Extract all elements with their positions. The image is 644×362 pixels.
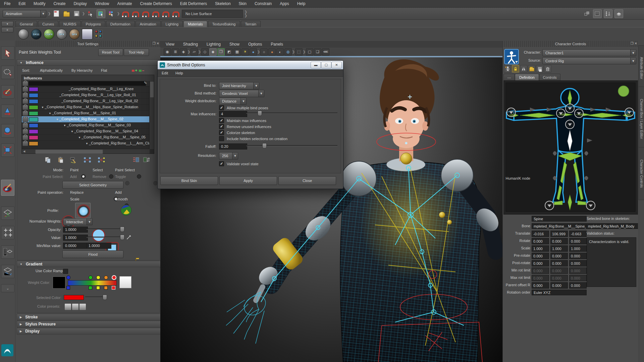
paint-select-toggle-radio[interactable] bbox=[153, 181, 158, 185]
menu-apps[interactable]: Apps bbox=[280, 1, 289, 6]
influence-row[interactable]: ▼ _Completed_Rig:Bone__M__Spine_05 bbox=[22, 134, 150, 141]
brush-profile-soft-selected[interactable] bbox=[75, 203, 91, 218]
rotate-z-field[interactable]: 0.000 bbox=[569, 238, 587, 244]
dialog-menu-help[interactable]: Help bbox=[175, 71, 183, 75]
min-value-field[interactable]: 0.0000 bbox=[63, 243, 88, 249]
isolate-select-icon[interactable]: ⬚ bbox=[295, 48, 303, 56]
influence-row-selected[interactable]: ▼ _Completed_Rig:Bone__M__Spine_02 bbox=[22, 116, 150, 123]
lock-icon[interactable] bbox=[22, 87, 28, 92]
influence-color-swatch[interactable] bbox=[29, 141, 38, 146]
dialog-titlebar[interactable]: Smooth Bind Options ▬ ▢ ✕ bbox=[158, 61, 343, 69]
panel-dock-icon[interactable]: ❐ bbox=[153, 42, 156, 45]
select-component-mode-button[interactable] bbox=[107, 10, 115, 18]
influence-row[interactable]: ▼ _Completed_Rig:Bone__M__Spine_03 bbox=[22, 122, 150, 129]
post-rotate-x-field[interactable]: 0.000 bbox=[532, 260, 549, 266]
influence-row[interactable]: ▼ _Completed_Rig:Bone__M__Hips_Base_Spin… bbox=[22, 104, 150, 111]
menu-modify[interactable]: Modify bbox=[34, 1, 45, 6]
xray-icon[interactable]: ▢ bbox=[306, 48, 313, 56]
load-skeleton-definition-button[interactable] bbox=[528, 65, 535, 72]
display-section-header[interactable]: ▶Display bbox=[17, 328, 165, 335]
viewport-menu-lighting[interactable]: Lighting bbox=[207, 42, 221, 47]
influence-section-header[interactable]: ▼ Influence bbox=[17, 59, 165, 66]
scale-y-field[interactable]: 1.000 bbox=[550, 245, 568, 252]
menu-constrain[interactable]: Constrain bbox=[255, 1, 272, 6]
color-preset-3[interactable] bbox=[79, 303, 86, 310]
motion-blur-icon[interactable]: ◍ bbox=[284, 48, 292, 56]
bind-to-dropdown[interactable]: Joint hierarchy▼ bbox=[219, 82, 259, 89]
mode-paint-label[interactable]: Paint bbox=[70, 168, 78, 172]
delete-definition-button[interactable] bbox=[544, 65, 551, 72]
copy-weights-icon[interactable] bbox=[44, 157, 52, 163]
pre-rotate-x-field[interactable]: 0.000 bbox=[532, 253, 549, 259]
maintain-max-influences-checkbox[interactable]: ✓ bbox=[219, 118, 224, 123]
expand-arrow-icon[interactable]: ▼ bbox=[71, 130, 74, 133]
remove-unused-influences-checkbox[interactable]: ✓ bbox=[219, 124, 224, 129]
viewport-menu-options[interactable]: Options bbox=[248, 42, 262, 47]
half-sphere-icon[interactable]: ◐ bbox=[276, 48, 284, 56]
lock-icon[interactable] bbox=[22, 99, 28, 104]
menu-file[interactable]: File bbox=[4, 1, 10, 6]
launch-application-button[interactable] bbox=[614, 9, 623, 18]
default-lighting-icon[interactable]: ☀ bbox=[241, 48, 249, 56]
paste-weights-icon[interactable] bbox=[57, 157, 64, 163]
minimize-button[interactable]: ▬ bbox=[311, 62, 321, 68]
ramp-marker-green[interactable] bbox=[89, 276, 93, 280]
standard-material-shelf-button[interactable] bbox=[18, 29, 29, 40]
material-viewer-shelf-button[interactable] bbox=[82, 29, 93, 40]
lock-icon[interactable] bbox=[22, 123, 28, 128]
remove-influence-icon[interactable] bbox=[138, 68, 144, 73]
stylus-pressure-section-header[interactable]: ▶Stylus Pressure bbox=[17, 321, 165, 327]
lock-icon[interactable] bbox=[22, 135, 28, 140]
lock-icon[interactable] bbox=[22, 93, 28, 98]
lock-icon[interactable] bbox=[22, 111, 28, 116]
humanik-node-field[interactable]: Spine bbox=[532, 216, 587, 222]
menu-skeleton[interactable]: Skeleton bbox=[215, 1, 231, 6]
parent-offset-y-field[interactable]: 0.000 bbox=[550, 282, 568, 289]
influences-horizontal-scrollbar[interactable]: ◀ bbox=[22, 149, 150, 154]
weight-color-black-swatch[interactable] bbox=[53, 277, 65, 289]
sort-flat-label[interactable]: Flat bbox=[101, 68, 107, 72]
weight-color-ramp[interactable] bbox=[68, 280, 117, 286]
menu-edit[interactable]: Edit bbox=[18, 1, 25, 6]
mode-select-label[interactable]: Select bbox=[93, 168, 103, 172]
stroke-section-header[interactable]: ▶Stroke bbox=[17, 314, 165, 320]
panel-dock-icon[interactable]: ❐ bbox=[631, 42, 634, 45]
reset-tool-button[interactable]: Reset Tool bbox=[98, 49, 123, 56]
mirror-matching-button[interactable] bbox=[520, 65, 527, 72]
weight-distribution-dropdown[interactable]: Distance▼ bbox=[219, 98, 247, 105]
select-camera-icon[interactable]: ◉ bbox=[164, 48, 171, 56]
post-rotate-y-field[interactable]: 0.000 bbox=[550, 260, 568, 266]
shelf-tab-texturebaking[interactable]: TextureBaking bbox=[208, 21, 240, 27]
shelf-tab-terrain[interactable]: Terrain bbox=[241, 21, 261, 27]
panel-close-icon[interactable]: ✕ bbox=[157, 42, 159, 45]
select-tool-button[interactable] bbox=[1, 46, 14, 60]
influence-color-swatch[interactable] bbox=[29, 129, 38, 134]
attribute-editor-tab[interactable]: Attribute Editor bbox=[638, 45, 644, 91]
brush-profile-map[interactable] bbox=[120, 204, 132, 216]
viewport-menu-view[interactable]: View bbox=[166, 42, 174, 47]
bookmark-icon[interactable]: ◈ bbox=[180, 48, 187, 56]
panel-close-icon[interactable]: ✕ bbox=[635, 42, 637, 45]
scale-tool-button[interactable] bbox=[1, 143, 14, 157]
save-skeleton-definition-button[interactable] bbox=[536, 65, 543, 72]
pick-influence-icon[interactable]: ✎ bbox=[144, 81, 147, 85]
max-influences-slider[interactable] bbox=[246, 111, 337, 115]
viewport-menu-show[interactable]: Show bbox=[229, 42, 239, 47]
apply-button[interactable]: Apply bbox=[219, 176, 277, 185]
sort-by-hierarchy-label[interactable]: By Hierarchy bbox=[71, 68, 93, 72]
shelf-tab-deformation[interactable]: Deformation bbox=[106, 21, 135, 27]
use-color-ramp-checkbox[interactable] bbox=[63, 269, 68, 274]
make-live-button[interactable] bbox=[172, 10, 180, 18]
overlap-icon[interactable]: ❏ bbox=[314, 48, 321, 56]
colorize-skeleton-checkbox[interactable]: ✓ bbox=[219, 130, 224, 135]
influence-color-swatch[interactable] bbox=[29, 93, 38, 98]
expand-arrow-icon[interactable]: ▼ bbox=[41, 106, 45, 109]
new-scene-button[interactable] bbox=[52, 10, 60, 18]
ramp-marker-yellow[interactable] bbox=[96, 276, 100, 280]
bind-skin-button[interactable]: Bind Skin bbox=[160, 176, 218, 185]
snap-to-curve-button[interactable] bbox=[131, 10, 140, 18]
sort-list-icon[interactable] bbox=[143, 157, 150, 163]
menu-create-deformers[interactable]: Create Deformers bbox=[140, 1, 172, 6]
rotation-order-field[interactable]: Euler XYZ bbox=[532, 290, 587, 295]
scale-z-field[interactable]: 1.000 bbox=[569, 245, 587, 252]
